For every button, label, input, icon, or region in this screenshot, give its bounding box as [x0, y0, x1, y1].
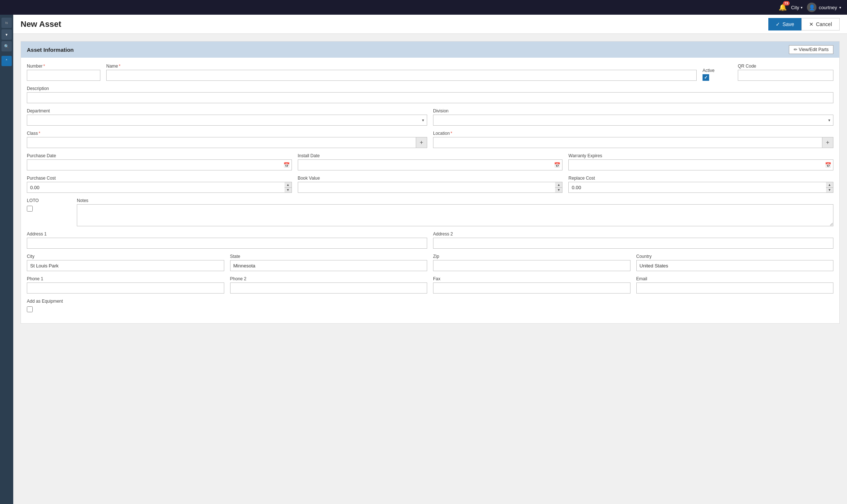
city-group: City: [27, 254, 224, 271]
purchase-date-group: Purchase Date 📅: [27, 153, 292, 170]
active-group: Active: [703, 68, 732, 81]
class-label: Class*: [27, 131, 427, 136]
user-menu[interactable]: 👤 courtney ▾: [807, 3, 841, 12]
row-description: Description: [27, 86, 833, 103]
cancel-button[interactable]: ✕ Cancel: [801, 18, 840, 30]
country-input[interactable]: [636, 260, 834, 271]
loto-checkbox[interactable]: [27, 206, 33, 212]
page-title: New Asset: [21, 19, 61, 29]
replace-cost-decrement[interactable]: ▼: [826, 188, 833, 193]
row-loto-notes: LOTO Notes: [27, 198, 833, 226]
city-label: City: [27, 254, 224, 259]
notification-bell[interactable]: 🔔 73: [779, 3, 787, 11]
location-chevron-icon: ▾: [801, 6, 803, 10]
section-title: Asset Information: [27, 47, 74, 53]
row-costs: Purchase Cost ▲ ▼ Book Value: [27, 176, 833, 193]
zip-input[interactable]: [433, 260, 630, 271]
loto-group: LOTO: [27, 198, 71, 212]
country-label: Country: [636, 254, 834, 259]
address1-input[interactable]: [27, 238, 427, 249]
phone2-input[interactable]: [230, 282, 428, 294]
location-label: City: [791, 5, 799, 10]
book-value-spinbox: ▲ ▼: [298, 182, 563, 193]
section-body: Number* Name* Active: [21, 58, 839, 323]
warranty-expires-group: Warranty Expires 📅: [568, 153, 833, 170]
install-date-input-group: 📅: [298, 159, 563, 170]
name-group: Name*: [106, 64, 697, 81]
install-date-input[interactable]: [298, 159, 563, 170]
phone1-input[interactable]: [27, 282, 224, 294]
number-label: Number*: [27, 64, 100, 69]
install-date-label: Install Date: [298, 153, 563, 158]
number-input[interactable]: [27, 70, 100, 81]
header-actions: ✓ Save ✕ Cancel: [768, 18, 840, 30]
phone1-label: Phone 1: [27, 276, 224, 281]
parts-icon: ✏: [794, 47, 797, 52]
section-header: Asset Information ✏ View/Edit Parts: [21, 42, 839, 58]
class-add-button[interactable]: +: [416, 137, 427, 148]
division-label: Division: [433, 108, 833, 114]
sidebar-item-ts[interactable]: ts: [1, 18, 12, 28]
save-button[interactable]: ✓ Save: [768, 18, 801, 30]
purchase-date-input[interactable]: [27, 159, 292, 170]
book-value-input[interactable]: [298, 182, 563, 193]
book-value-label: Book Value: [298, 176, 563, 181]
purchase-cost-input[interactable]: [27, 182, 292, 193]
book-value-spin-buttons: ▲ ▼: [555, 182, 562, 193]
content-area: New Asset ✓ Save ✕ Cancel Asset Informat…: [13, 15, 847, 504]
purchase-cost-spin-buttons: ▲ ▼: [285, 182, 292, 193]
class-input[interactable]: [27, 137, 416, 148]
sidebar-collapse-icon[interactable]: ˄: [1, 56, 12, 66]
warranty-expires-input-group: 📅: [568, 159, 833, 170]
warranty-expires-input[interactable]: [568, 159, 833, 170]
cancel-label: Cancel: [816, 21, 832, 27]
department-label: Department: [27, 108, 427, 114]
number-group: Number*: [27, 64, 100, 81]
replace-cost-group: Replace Cost ▲ ▼: [568, 176, 833, 193]
qrcode-group: QR Code: [738, 64, 833, 81]
city-input[interactable]: [27, 260, 224, 271]
name-input[interactable]: [106, 70, 697, 81]
class-input-group: +: [27, 137, 427, 148]
qr-code-input[interactable]: [738, 70, 833, 81]
add-as-equipment-label: Add as Equipment: [27, 299, 63, 304]
division-select[interactable]: [433, 115, 833, 126]
book-value-decrement[interactable]: ▼: [555, 188, 562, 193]
main-content: Asset Information ✏ View/Edit Parts Numb…: [13, 34, 847, 338]
replace-cost-spin-buttons: ▲ ▼: [826, 182, 833, 193]
purchase-cost-increment[interactable]: ▲: [285, 182, 292, 188]
email-group: Email: [636, 276, 834, 294]
division-select-wrapper: [433, 115, 833, 126]
address2-input[interactable]: [433, 238, 833, 249]
replace-cost-input[interactable]: [568, 182, 833, 193]
class-group: Class* +: [27, 131, 427, 148]
location-label: Location*: [433, 131, 833, 136]
sidebar-search-icon[interactable]: 🔍: [1, 41, 12, 51]
location-selector[interactable]: City ▾: [791, 5, 803, 10]
country-group: Country: [636, 254, 834, 271]
navbar: 🔔 73 City ▾ 👤 courtney ▾: [0, 0, 847, 15]
warranty-expires-label: Warranty Expires: [568, 153, 833, 158]
save-check-icon: ✓: [776, 21, 780, 27]
address1-label: Address 1: [27, 231, 427, 237]
view-edit-parts-button[interactable]: ✏ View/Edit Parts: [789, 45, 833, 54]
phone2-label: Phone 2: [230, 276, 428, 281]
fax-group: Fax: [433, 276, 630, 294]
department-select[interactable]: [27, 115, 427, 126]
purchase-cost-label: Purchase Cost: [27, 176, 292, 181]
sidebar-dropdown-icon[interactable]: ▾: [1, 29, 12, 40]
description-input[interactable]: [27, 92, 833, 103]
active-checkbox[interactable]: [703, 74, 709, 81]
book-value-increment[interactable]: ▲: [555, 182, 562, 188]
replace-cost-label: Replace Cost: [568, 176, 833, 181]
replace-cost-increment[interactable]: ▲: [826, 182, 833, 188]
state-input[interactable]: [230, 260, 428, 271]
location-add-button[interactable]: +: [822, 137, 833, 148]
fax-input[interactable]: [433, 282, 630, 294]
email-input[interactable]: [636, 282, 834, 294]
location-input[interactable]: [433, 137, 822, 148]
add-as-equipment-checkbox[interactable]: [27, 306, 33, 312]
purchase-cost-decrement[interactable]: ▼: [285, 188, 292, 193]
notes-textarea[interactable]: [77, 204, 833, 226]
replace-cost-spinbox: ▲ ▼: [568, 182, 833, 193]
